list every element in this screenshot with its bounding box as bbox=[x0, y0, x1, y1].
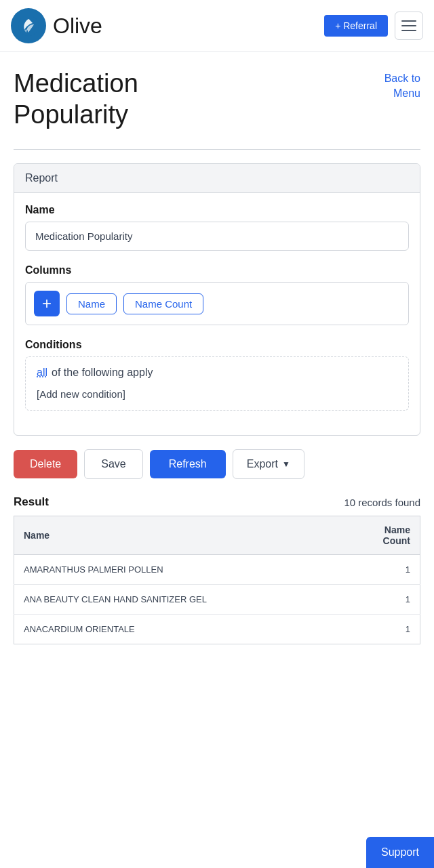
report-card: Report Name Columns + Name Name Count Co… bbox=[14, 163, 420, 436]
result-row: Result 10 records found bbox=[14, 495, 420, 509]
cell-name: AMARANTHUS PALMERI POLLEN bbox=[14, 555, 344, 585]
th-name: Name bbox=[14, 516, 344, 555]
results-table: Name NameCount AMARANTHUS PALMERI POLLEN… bbox=[14, 516, 420, 644]
export-label: Export bbox=[247, 458, 278, 470]
page-title-row: Medication Popularity Back toMenu bbox=[14, 68, 420, 130]
conditions-box: all of the following apply [Add new cond… bbox=[25, 356, 409, 411]
table-header-row: Name NameCount bbox=[14, 516, 420, 555]
logo-icon bbox=[11, 8, 46, 43]
cell-count: 1 bbox=[344, 555, 420, 585]
th-name-count: NameCount bbox=[344, 516, 420, 555]
report-card-header: Report bbox=[14, 164, 420, 193]
support-button[interactable]: Support bbox=[366, 837, 434, 868]
hamburger-line-1 bbox=[401, 20, 416, 22]
columns-box: + Name Name Count bbox=[25, 282, 409, 325]
conditions-field-group: Conditions all of the following apply [A… bbox=[25, 339, 409, 411]
name-field-group: Name bbox=[25, 204, 409, 251]
name-input[interactable] bbox=[25, 222, 409, 251]
report-card-body: Name Columns + Name Name Count Condition… bbox=[14, 193, 420, 435]
add-column-button[interactable]: + bbox=[34, 291, 60, 316]
back-to-menu-link[interactable]: Back toMenu bbox=[384, 71, 420, 102]
referral-button[interactable]: + Referral bbox=[324, 15, 388, 37]
main-content: Medication Popularity Back toMenu Report… bbox=[0, 52, 434, 661]
menu-button[interactable] bbox=[395, 12, 423, 40]
export-dropdown-arrow: ▼ bbox=[282, 459, 290, 469]
conditions-row: all of the following apply bbox=[37, 367, 397, 379]
svg-point-0 bbox=[18, 16, 39, 36]
cell-name: ANACARDIUM ORIENTALE bbox=[14, 615, 344, 644]
conditions-label: Conditions bbox=[25, 339, 409, 351]
conditions-qualifier-link[interactable]: all bbox=[37, 367, 47, 379]
cell-name: ANA BEAUTY CLEAN HAND SANITIZER GEL bbox=[14, 585, 344, 615]
conditions-text: of the following apply bbox=[52, 367, 153, 379]
page-title: Medication Popularity bbox=[14, 68, 138, 130]
app-header: Olive + Referral bbox=[0, 0, 434, 52]
cell-count: 1 bbox=[344, 585, 420, 615]
export-button[interactable]: Export ▼ bbox=[233, 449, 304, 479]
delete-button[interactable]: Delete bbox=[14, 450, 77, 478]
result-count: 10 records found bbox=[344, 497, 420, 508]
hamburger-line-3 bbox=[401, 30, 416, 31]
column-tag-name[interactable]: Name bbox=[66, 293, 117, 314]
table-row: ANA BEAUTY CLEAN HAND SANITIZER GEL 1 bbox=[14, 585, 420, 615]
name-label: Name bbox=[25, 204, 409, 216]
header-actions: + Referral bbox=[324, 12, 423, 40]
hamburger-line-2 bbox=[401, 25, 416, 26]
columns-field-group: Columns + Name Name Count bbox=[25, 264, 409, 325]
refresh-button[interactable]: Refresh bbox=[150, 450, 226, 478]
brand-section: Olive bbox=[11, 8, 102, 43]
result-label: Result bbox=[14, 495, 49, 509]
table-body: AMARANTHUS PALMERI POLLEN 1 ANA BEAUTY C… bbox=[14, 555, 420, 644]
save-button[interactable]: Save bbox=[84, 449, 142, 479]
table-head: Name NameCount bbox=[14, 516, 420, 555]
add-condition-link[interactable]: [Add new condition] bbox=[37, 388, 125, 400]
table-row: ANACARDIUM ORIENTALE 1 bbox=[14, 615, 420, 644]
action-row: Delete Save Refresh Export ▼ bbox=[14, 449, 420, 479]
column-tag-name-count[interactable]: Name Count bbox=[123, 293, 203, 314]
columns-label: Columns bbox=[25, 264, 409, 276]
table-row: AMARANTHUS PALMERI POLLEN 1 bbox=[14, 555, 420, 585]
cell-count: 1 bbox=[344, 615, 420, 644]
brand-name: Olive bbox=[53, 14, 102, 39]
title-divider bbox=[14, 149, 420, 150]
